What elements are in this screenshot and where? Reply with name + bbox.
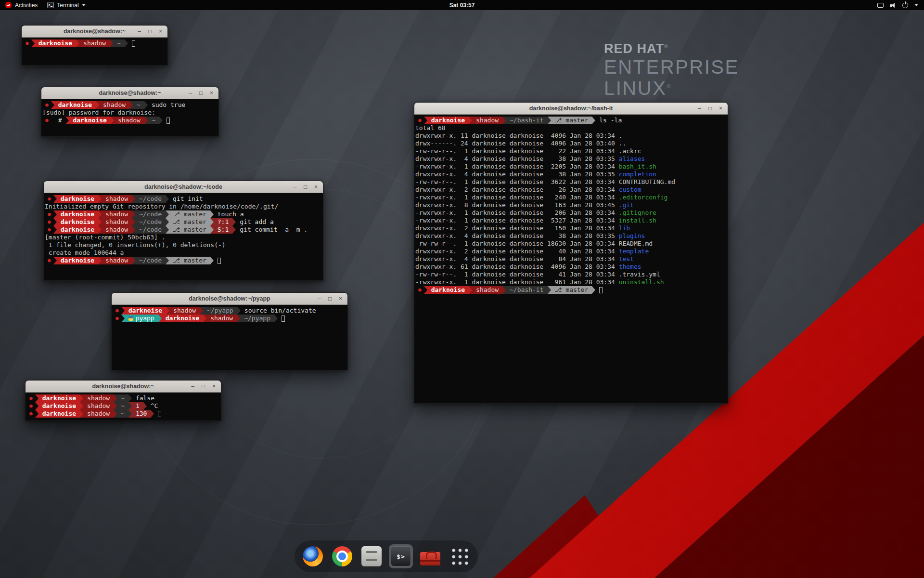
- output-line: drwxrwxr-x. 8 darknoise darknoise 163 Ja…: [415, 201, 727, 209]
- powerline-arrow-icon: [424, 286, 427, 294]
- display-icon[interactable]: [877, 3, 884, 8]
- terminal-content: ●darknoiseshadow~: [22, 38, 167, 65]
- host-segment: shadow: [472, 117, 502, 124]
- text-cursor: [282, 315, 285, 322]
- window-titlebar[interactable]: darknoise@shadow:~–□×: [41, 87, 218, 99]
- window-title: darknoise@shadow:~/pyapp: [112, 295, 347, 302]
- close-button[interactable]: ×: [338, 293, 343, 305]
- powerline-arrow-icon: [121, 315, 125, 322]
- terminal-content: ●darknoiseshadow~sudo true[sudo] passwor…: [41, 99, 218, 136]
- maximize-button[interactable]: □: [147, 26, 153, 38]
- git-segment: ⎇ master: [169, 210, 210, 218]
- prompt-line: ●darknoiseshadow~sudo true: [42, 101, 218, 109]
- powerline-arrow-icon: [128, 402, 132, 410]
- powerline-arrow-icon: [159, 117, 163, 124]
- volume-icon[interactable]: [890, 2, 896, 8]
- path-segment: ~: [117, 410, 128, 418]
- output-line: total 68: [415, 124, 727, 132]
- dock-chrome[interactable]: [330, 544, 354, 568]
- dock-terminal[interactable]: $>: [389, 544, 413, 568]
- host-segment: shadow: [206, 315, 237, 322]
- command-text: ls -la: [595, 117, 622, 124]
- os-segment: ●: [45, 218, 53, 226]
- dock: $>: [295, 540, 478, 572]
- powerline-arrow-icon: [98, 218, 102, 226]
- maximize-button[interactable]: □: [201, 381, 206, 393]
- maximize-button[interactable]: □: [327, 293, 333, 305]
- powerline-arrow-icon: [80, 394, 83, 402]
- os-segment: ●: [42, 117, 51, 124]
- text-cursor: [218, 258, 221, 264]
- powerline-arrow-icon: [274, 315, 278, 322]
- maximize-button[interactable]: □: [303, 181, 308, 193]
- path-segment: ~: [117, 394, 128, 402]
- terminal-window-pyapp: darknoise@shadow:~/pyapp–□×●darknoisesha…: [111, 292, 348, 370]
- user-segment: darknoise: [57, 210, 98, 218]
- path-segment: ~/bash-it: [506, 286, 547, 294]
- powerline-arrow-icon: [132, 210, 135, 218]
- minimize-button[interactable]: –: [190, 381, 195, 393]
- powerline-arrow-icon: [166, 195, 169, 203]
- window-titlebar[interactable]: darknoise@shadow:~–□×: [22, 26, 167, 38]
- output-line: drwxrwxr-x. 2 darknoise darknoise 40 Jan…: [415, 248, 727, 255]
- window-titlebar[interactable]: darknoise@shadow:~/pyapp–□×: [112, 293, 347, 305]
- output-line: -rw-rw-r--. 1 darknoise darknoise 22 Jan…: [415, 147, 727, 155]
- path-segment: ~: [133, 101, 144, 109]
- power-icon[interactable]: [902, 2, 908, 8]
- dock-toolbox[interactable]: [418, 544, 442, 568]
- output-line: [master (root-commit) 50bcb63] .: [45, 234, 322, 241]
- output-line: -rw-rw-r--. 1 darknoise darknoise 3622 J…: [415, 178, 727, 186]
- powerline-arrow-icon: [502, 286, 506, 294]
- maximize-button[interactable]: □: [198, 87, 204, 99]
- system-menu-chevron-icon[interactable]: [914, 4, 918, 6]
- activities-button[interactable]: Activities: [0, 0, 42, 10]
- close-button[interactable]: ×: [313, 181, 319, 193]
- appgrid-icon: [450, 547, 469, 566]
- dock-appgrid[interactable]: [448, 544, 472, 568]
- powerline-arrow-icon: [53, 195, 57, 203]
- window-title: darknoise@shadow:~/bash-it: [414, 105, 728, 112]
- err-segment: 1: [132, 402, 143, 410]
- user-segment: darknoise: [57, 195, 98, 203]
- top-bar: Activities Terminal Sat 03:57: [0, 0, 924, 10]
- powerline-arrow-icon: [35, 402, 38, 410]
- dock-files[interactable]: [359, 544, 384, 568]
- powerline-arrow-icon: [51, 101, 54, 109]
- close-button[interactable]: ×: [158, 26, 163, 38]
- powerline-arrow-icon: [203, 315, 206, 322]
- powerline-arrow-icon: [237, 307, 241, 315]
- path-segment: ~/code: [135, 226, 166, 234]
- path-segment: ~/code: [135, 195, 166, 203]
- path-segment: ~/code: [135, 257, 166, 264]
- powerline-arrow-icon: [51, 117, 54, 124]
- close-button[interactable]: ×: [211, 381, 217, 393]
- prompt-line: ●#darknoiseshadow~: [42, 117, 218, 124]
- app-menu-terminal[interactable]: Terminal: [42, 0, 90, 10]
- close-button[interactable]: ×: [718, 103, 723, 115]
- window-title: darknoise@shadow:~/code: [44, 184, 323, 190]
- dock-firefox[interactable]: [301, 544, 325, 568]
- window-titlebar[interactable]: darknoise@shadow:~/code–□×: [44, 181, 323, 193]
- window-titlebar[interactable]: darknoise@shadow:~–□×: [26, 381, 221, 393]
- minimize-button[interactable]: –: [292, 181, 297, 193]
- minimize-button[interactable]: –: [317, 293, 322, 305]
- path-segment: ~/code: [135, 218, 166, 226]
- prompt-line: ●darknoiseshadow~1^C: [26, 402, 220, 410]
- clock[interactable]: Sat 03:57: [449, 2, 475, 9]
- minimize-button[interactable]: –: [188, 87, 193, 99]
- window-titlebar[interactable]: darknoise@shadow:~/bash-it–□×: [414, 103, 728, 115]
- window-controls: –□×: [317, 293, 347, 305]
- output-line: -rwxrwxr-x. 1 darknoise darknoise 206 Ja…: [415, 209, 727, 217]
- powerline-arrow-icon: [110, 39, 113, 47]
- path-segment: ~: [148, 117, 159, 124]
- status-area: [877, 0, 924, 10]
- minimize-button[interactable]: –: [697, 103, 702, 115]
- powerline-arrow-icon: [210, 210, 214, 218]
- powerline-arrow-icon: [128, 410, 132, 418]
- err-segment: 130: [132, 410, 151, 418]
- minimize-button[interactable]: –: [137, 26, 142, 38]
- powerline-arrow-icon: [469, 117, 472, 124]
- close-button[interactable]: ×: [209, 87, 214, 99]
- maximize-button[interactable]: □: [707, 103, 713, 115]
- os-segment: ●: [26, 402, 35, 410]
